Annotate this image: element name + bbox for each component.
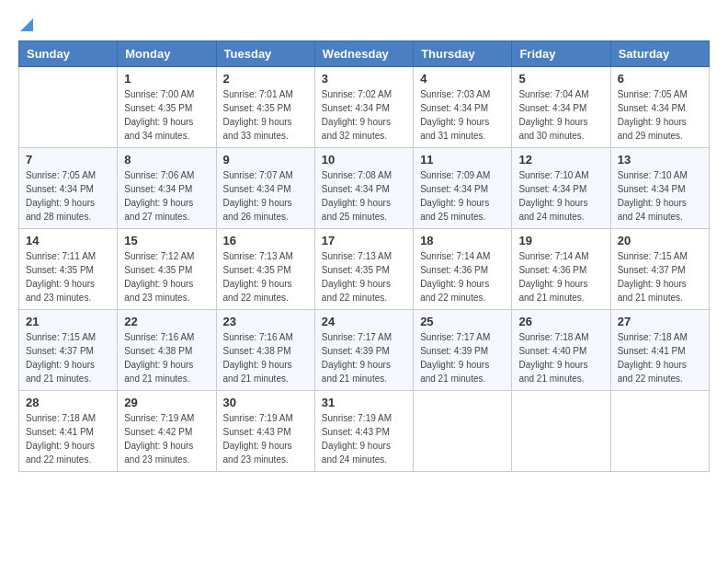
calendar-cell: 19Sunrise: 7:14 AMSunset: 4:36 PMDayligh…: [512, 229, 610, 310]
day-info: Sunrise: 7:02 AMSunset: 4:34 PMDaylight:…: [322, 87, 406, 143]
svg-marker-0: [20, 18, 33, 31]
header-monday: Monday: [118, 41, 216, 67]
day-info: Sunrise: 7:10 AMSunset: 4:34 PMDaylight:…: [518, 168, 603, 224]
calendar-cell: 27Sunrise: 7:18 AMSunset: 4:41 PMDayligh…: [610, 310, 709, 391]
header-sunday: Sunday: [19, 41, 118, 67]
day-info: Sunrise: 7:07 AMSunset: 4:34 PMDaylight:…: [223, 168, 308, 224]
day-info: Sunrise: 7:10 AMSunset: 4:34 PMDaylight:…: [618, 168, 702, 224]
logo-triangle-icon: [20, 18, 33, 35]
day-info: Sunrise: 7:14 AMSunset: 4:36 PMDaylight:…: [518, 249, 603, 304]
day-number: 10: [322, 153, 406, 167]
day-info: Sunrise: 7:03 AMSunset: 4:34 PMDaylight:…: [420, 87, 505, 143]
calendar-cell: 2Sunrise: 7:01 AMSunset: 4:35 PMDaylight…: [216, 67, 314, 148]
calendar-week-5: 28Sunrise: 7:18 AMSunset: 4:41 PMDayligh…: [19, 391, 710, 472]
day-number: 29: [124, 396, 209, 409]
day-info: Sunrise: 7:09 AMSunset: 4:34 PMDaylight:…: [420, 168, 505, 224]
day-number: 5: [518, 72, 603, 86]
day-number: 28: [26, 396, 110, 409]
day-info: Sunrise: 7:05 AMSunset: 4:34 PMDaylight:…: [26, 168, 110, 224]
calendar-cell: 10Sunrise: 7:08 AMSunset: 4:34 PMDayligh…: [314, 148, 413, 229]
day-number: 4: [420, 72, 505, 86]
calendar-cell: 29Sunrise: 7:19 AMSunset: 4:42 PMDayligh…: [118, 391, 216, 472]
day-info: Sunrise: 7:16 AMSunset: 4:38 PMDaylight:…: [124, 330, 209, 385]
day-number: 18: [420, 234, 505, 247]
calendar-cell: 7Sunrise: 7:05 AMSunset: 4:34 PMDaylight…: [19, 148, 118, 229]
calendar-cell: 28Sunrise: 7:18 AMSunset: 4:41 PMDayligh…: [19, 391, 118, 472]
day-number: 3: [322, 72, 406, 86]
day-info: Sunrise: 7:00 AMSunset: 4:35 PMDaylight:…: [124, 87, 209, 143]
day-number: 23: [223, 315, 308, 328]
calendar-cell: 18Sunrise: 7:14 AMSunset: 4:36 PMDayligh…: [414, 229, 512, 310]
calendar-cell: 13Sunrise: 7:10 AMSunset: 4:34 PMDayligh…: [610, 148, 709, 229]
day-number: 19: [518, 234, 603, 247]
day-info: Sunrise: 7:15 AMSunset: 4:37 PMDaylight:…: [618, 249, 702, 304]
day-info: Sunrise: 7:11 AMSunset: 4:35 PMDaylight:…: [26, 249, 110, 304]
day-info: Sunrise: 7:13 AMSunset: 4:35 PMDaylight:…: [223, 249, 308, 304]
logo: [18, 18, 33, 31]
day-info: Sunrise: 7:05 AMSunset: 4:34 PMDaylight:…: [618, 87, 702, 143]
header-thursday: Thursday: [414, 41, 512, 67]
calendar-cell: 16Sunrise: 7:13 AMSunset: 4:35 PMDayligh…: [216, 229, 314, 310]
calendar-cell: 9Sunrise: 7:07 AMSunset: 4:34 PMDaylight…: [216, 148, 314, 229]
calendar-cell: 11Sunrise: 7:09 AMSunset: 4:34 PMDayligh…: [414, 148, 512, 229]
day-number: 8: [124, 153, 209, 167]
day-number: 17: [322, 234, 406, 247]
day-info: Sunrise: 7:19 AMSunset: 4:43 PMDaylight:…: [223, 411, 308, 466]
day-number: 7: [26, 153, 110, 167]
calendar-cell: 8Sunrise: 7:06 AMSunset: 4:34 PMDaylight…: [118, 148, 216, 229]
day-number: 22: [124, 315, 209, 328]
day-info: Sunrise: 7:17 AMSunset: 4:39 PMDaylight:…: [420, 330, 505, 385]
header-saturday: Saturday: [610, 41, 709, 67]
day-info: Sunrise: 7:19 AMSunset: 4:43 PMDaylight:…: [322, 411, 406, 466]
day-info: Sunrise: 7:18 AMSunset: 4:41 PMDaylight:…: [618, 330, 702, 385]
day-number: 13: [618, 153, 702, 167]
page-header: [18, 18, 710, 31]
calendar-cell: 4Sunrise: 7:03 AMSunset: 4:34 PMDaylight…: [414, 67, 512, 148]
calendar-week-2: 7Sunrise: 7:05 AMSunset: 4:34 PMDaylight…: [19, 148, 710, 229]
calendar-cell: 22Sunrise: 7:16 AMSunset: 4:38 PMDayligh…: [118, 310, 216, 391]
calendar-cell: 3Sunrise: 7:02 AMSunset: 4:34 PMDaylight…: [314, 67, 413, 148]
day-info: Sunrise: 7:13 AMSunset: 4:35 PMDaylight:…: [322, 249, 406, 304]
header-wednesday: Wednesday: [314, 41, 413, 67]
day-number: 9: [223, 153, 308, 167]
calendar-cell: 5Sunrise: 7:04 AMSunset: 4:34 PMDaylight…: [512, 67, 610, 148]
day-number: 26: [518, 315, 603, 328]
calendar-cell: 17Sunrise: 7:13 AMSunset: 4:35 PMDayligh…: [314, 229, 413, 310]
header-friday: Friday: [512, 41, 610, 67]
calendar-cell: 6Sunrise: 7:05 AMSunset: 4:34 PMDaylight…: [610, 67, 709, 148]
day-info: Sunrise: 7:16 AMSunset: 4:38 PMDaylight:…: [223, 330, 308, 385]
day-info: Sunrise: 7:06 AMSunset: 4:34 PMDaylight:…: [124, 168, 209, 224]
calendar-week-4: 21Sunrise: 7:15 AMSunset: 4:37 PMDayligh…: [19, 310, 710, 391]
day-info: Sunrise: 7:08 AMSunset: 4:34 PMDaylight:…: [322, 168, 406, 224]
day-info: Sunrise: 7:04 AMSunset: 4:34 PMDaylight:…: [518, 87, 603, 143]
day-number: 21: [26, 315, 110, 328]
day-info: Sunrise: 7:19 AMSunset: 4:42 PMDaylight:…: [124, 411, 209, 466]
calendar-cell: 30Sunrise: 7:19 AMSunset: 4:43 PMDayligh…: [216, 391, 314, 472]
calendar-table: SundayMondayTuesdayWednesdayThursdayFrid…: [18, 40, 710, 472]
calendar-cell: [414, 391, 512, 472]
calendar-cell: 12Sunrise: 7:10 AMSunset: 4:34 PMDayligh…: [512, 148, 610, 229]
header-tuesday: Tuesday: [216, 41, 314, 67]
day-number: 1: [124, 72, 209, 86]
day-number: 6: [618, 72, 702, 86]
calendar-cell: 24Sunrise: 7:17 AMSunset: 4:39 PMDayligh…: [314, 310, 413, 391]
day-number: 16: [223, 234, 308, 247]
day-number: 20: [618, 234, 702, 247]
calendar-cell: 26Sunrise: 7:18 AMSunset: 4:40 PMDayligh…: [512, 310, 610, 391]
calendar-week-3: 14Sunrise: 7:11 AMSunset: 4:35 PMDayligh…: [19, 229, 710, 310]
day-number: 14: [26, 234, 110, 247]
calendar-cell: 14Sunrise: 7:11 AMSunset: 4:35 PMDayligh…: [19, 229, 118, 310]
day-number: 24: [322, 315, 406, 328]
day-info: Sunrise: 7:18 AMSunset: 4:41 PMDaylight:…: [26, 411, 110, 466]
calendar-cell: [19, 67, 118, 148]
day-info: Sunrise: 7:15 AMSunset: 4:37 PMDaylight:…: [26, 330, 110, 385]
day-number: 15: [124, 234, 209, 247]
day-number: 30: [223, 396, 308, 409]
day-info: Sunrise: 7:17 AMSunset: 4:39 PMDaylight:…: [322, 330, 406, 385]
day-info: Sunrise: 7:14 AMSunset: 4:36 PMDaylight:…: [420, 249, 505, 304]
day-number: 27: [618, 315, 702, 328]
day-number: 25: [420, 315, 505, 328]
day-info: Sunrise: 7:01 AMSunset: 4:35 PMDaylight:…: [223, 87, 308, 143]
day-number: 11: [420, 153, 505, 167]
calendar-cell: 21Sunrise: 7:15 AMSunset: 4:37 PMDayligh…: [19, 310, 118, 391]
